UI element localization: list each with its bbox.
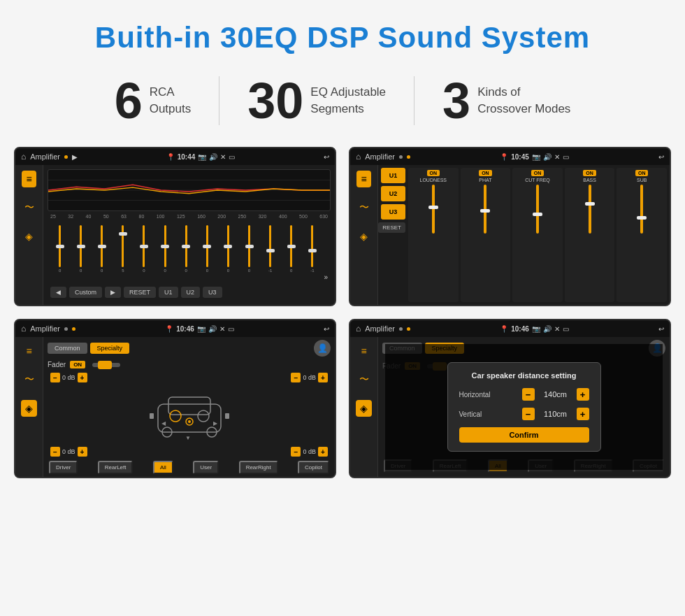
eq-prev-btn[interactable]: ◀ (50, 287, 66, 298)
eq-slider-5[interactable]: 0 (156, 225, 175, 281)
channel-u1-btn[interactable]: U1 (381, 168, 405, 183)
horizontal-value: 140cm (538, 390, 573, 399)
db-top-right-minus[interactable]: − (291, 373, 301, 382)
eq-slider-7[interactable]: 0 (198, 225, 217, 281)
db-bottom-left-plus[interactable]: + (78, 447, 87, 457)
crossover-screen: ⌂ Amplifier 📍 10:45 📷 🔊 ✕ ▭ ↩ ≡ 〜 ◈ (349, 147, 671, 306)
cutfreq-slider[interactable] (536, 185, 539, 234)
sub-slider[interactable] (640, 185, 643, 234)
horizontal-value-control: − 140cm + (522, 388, 589, 401)
eq-sidebar-speaker-btn[interactable]: ◈ (22, 228, 36, 245)
db-bottom-left-minus[interactable]: − (50, 447, 60, 457)
eq-slider-12[interactable]: -1 (303, 225, 322, 281)
channel-u3-btn[interactable]: U3 (381, 204, 405, 220)
x-icon[interactable]: ✕ (220, 153, 226, 161)
driver-btn[interactable]: Driver (49, 461, 78, 474)
distance-app-content: ≡ 〜 ◈ Common Specialty 👤 Fader ON (350, 337, 670, 477)
db-bottom-right-plus[interactable]: + (318, 447, 328, 457)
eq-slider-2[interactable]: 0 (92, 225, 111, 281)
db-bottom-left-control: − 0 dB + (50, 447, 87, 457)
rearleft-btn[interactable]: RearLeft (98, 461, 134, 474)
freq-label-7: 125 (177, 214, 185, 219)
copilot-btn[interactable]: Copilot (298, 461, 329, 474)
eq-u2-btn[interactable]: U2 (181, 287, 201, 298)
eq-slider-10[interactable]: -1 (261, 225, 280, 281)
eq-app-title: Amplifier (30, 152, 60, 161)
eq-slider-9[interactable]: 0 (240, 225, 259, 281)
eq-reset-btn[interactable]: RESET (124, 287, 156, 298)
fader-tab-specialty[interactable]: Specialty (90, 343, 130, 354)
dist-sidebar-eq[interactable]: ≡ (358, 343, 369, 359)
eq-u1-btn[interactable]: U1 (159, 287, 178, 298)
eq-slider-3[interactable]: 5 (113, 225, 132, 281)
channel-u2-btn[interactable]: U2 (381, 186, 405, 201)
sub-on-badge: ON (635, 170, 649, 176)
phat-slider[interactable] (484, 185, 486, 234)
fader-app-title: Amplifier (30, 324, 60, 333)
db-top-left-minus[interactable]: − (50, 373, 60, 382)
dist-sidebar-wave[interactable]: 〜 (356, 371, 372, 389)
loudness-slider[interactable] (432, 185, 435, 234)
eq-sidebar: ≡ 〜 ◈ (15, 165, 43, 305)
confirm-button[interactable]: Confirm (459, 427, 589, 443)
cr-sidebar-eq[interactable]: ≡ (356, 171, 370, 187)
eq-u3-btn[interactable]: U3 (203, 287, 222, 298)
dialog-horizontal-row: Horizontal − 140cm + (459, 388, 589, 401)
home-icon-cr[interactable]: ⌂ (356, 152, 361, 162)
horizontal-plus-btn[interactable]: + (577, 388, 589, 401)
vertical-minus-btn[interactable]: − (522, 408, 535, 420)
fader-tab-common[interactable]: Common (48, 343, 87, 354)
eq-more-icon[interactable]: » (324, 273, 328, 281)
fader-sidebar-wave[interactable]: 〜 (22, 371, 37, 389)
eq-freq-labels: 25 32 40 50 63 80 100 125 160 200 250 32… (48, 214, 331, 219)
eq-sidebar-eq-btn[interactable]: ≡ (22, 171, 36, 187)
crossover-controls-grid: ON LOUDNESS ON PHAT (408, 168, 667, 302)
fader-sidebar: ≡ 〜 ◈ (15, 337, 43, 477)
db-top-left-plus[interactable]: + (78, 373, 87, 382)
bass-slider[interactable] (589, 185, 591, 234)
fader-app-content: ≡ 〜 ◈ Common Specialty 👤 Fader ON (15, 337, 335, 477)
eq-slider-11[interactable]: 0 (282, 225, 301, 281)
eq-slider-0[interactable]: 0 (50, 225, 69, 281)
eq-sidebar-wave-btn[interactable]: 〜 (22, 199, 37, 217)
back-icon[interactable]: ↩ (324, 153, 329, 161)
vertical-plus-btn[interactable]: + (577, 408, 589, 420)
home-icon-fader[interactable]: ⌂ (21, 324, 26, 334)
eq-graph (48, 169, 331, 211)
eq-slider-8[interactable]: 0 (219, 225, 238, 281)
db-top-right-control: − 0 dB + (291, 373, 328, 382)
svg-rect-11 (150, 413, 154, 419)
eq-slider-1[interactable]: 0 (71, 225, 90, 281)
fader-sidebar-eq[interactable]: ≡ (23, 343, 34, 359)
rearright-btn[interactable]: RearRight (239, 461, 278, 474)
dist-sidebar-speaker[interactable]: ◈ (356, 400, 372, 417)
fader-bottom-row: Driver RearLeft All User RearRight Copil… (48, 461, 331, 474)
eq-slider-4[interactable]: 0 (134, 225, 153, 281)
back-icon-fader[interactable]: ↩ (324, 325, 329, 333)
all-btn[interactable]: All (153, 461, 173, 474)
home-icon[interactable]: ⌂ (21, 152, 26, 162)
back-icon-cr[interactable]: ↩ (658, 153, 664, 161)
horizontal-minus-btn[interactable]: − (522, 388, 535, 401)
fader-on-badge[interactable]: ON (70, 361, 85, 368)
loudness-on-badge: ON (427, 170, 440, 176)
freq-label-3: 50 (103, 214, 109, 219)
eq-slider-6[interactable]: 0 (177, 225, 196, 281)
user-btn[interactable]: User (193, 461, 219, 474)
cr-sidebar-speaker[interactable]: ◈ (357, 228, 370, 245)
cutfreq-on-badge: ON (531, 170, 545, 176)
eq-custom-btn[interactable]: Custom (69, 287, 102, 298)
back-icon-distance[interactable]: ↩ (658, 325, 664, 333)
cr-sidebar-wave[interactable]: 〜 (356, 199, 372, 217)
eq-next-btn[interactable]: ▶ (105, 287, 121, 298)
stat-crossover-number: 3 (442, 76, 470, 126)
crossover-reset-btn[interactable]: RESET (378, 222, 405, 233)
db-top-right-plus[interactable]: + (318, 373, 328, 382)
play-icon[interactable]: ▶ (72, 153, 78, 161)
fader-sidebar-speaker[interactable]: ◈ (21, 400, 37, 417)
vol-icon[interactable]: 🔊 (209, 153, 217, 161)
home-icon-distance[interactable]: ⌂ (356, 324, 361, 334)
db-bottom-right-minus[interactable]: − (291, 447, 301, 457)
fader-track[interactable] (92, 363, 120, 367)
db-bottom-right-control: − 0 dB + (291, 447, 328, 457)
